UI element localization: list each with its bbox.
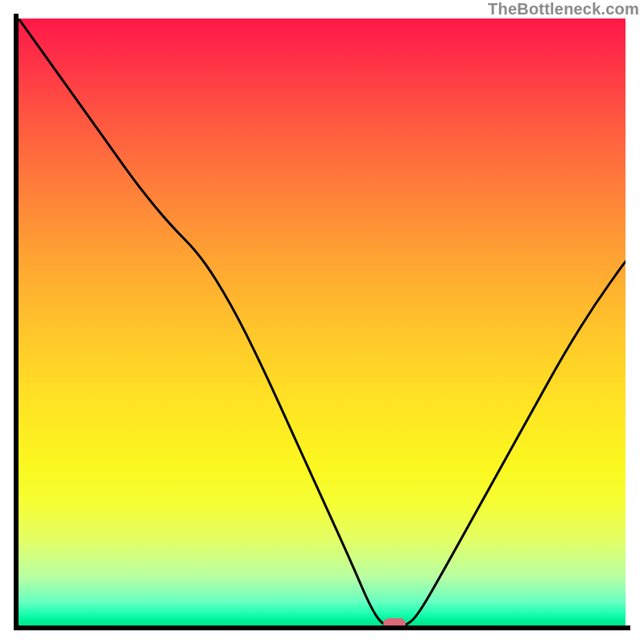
y-axis — [14, 14, 19, 630]
chart-container: TheBottleneck.com — [0, 0, 644, 644]
x-axis — [14, 625, 630, 630]
watermark-text: TheBottleneck.com — [488, 0, 639, 19]
gradient-background — [19, 19, 625, 625]
plot-area — [19, 19, 625, 625]
